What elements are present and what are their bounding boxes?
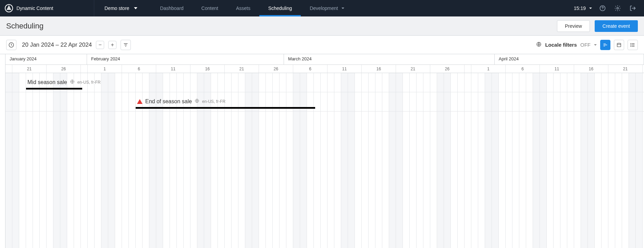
day-header-cell: 21 [608,65,643,73]
event-row: Mid season saleen-US, fr-FR [5,73,644,92]
day-tick-label: 11 [171,67,175,71]
day-tick-label: 1 [487,67,490,71]
timeline-view-button[interactable] [600,40,610,50]
nav-link-scheduling[interactable]: Scheduling [259,0,301,16]
globe-icon [70,79,75,85]
event-duration-bar [26,88,82,90]
nav-link-label: Development [310,5,338,11]
day-header-cell: 21 [225,65,259,73]
create-event-button[interactable]: Create event [595,20,638,32]
nav-link-development[interactable]: Development [301,0,353,16]
event-bar[interactable]: Mid season saleen-US, fr-FR [26,76,82,88]
brand: Dynamic Content [0,0,94,16]
help-icon[interactable] [598,4,607,13]
timeline[interactable]: January 2024February 2024March 2024April… [0,54,644,248]
day-tick-label: 21 [623,67,628,71]
zoom-in-button[interactable]: + [108,41,116,49]
chevron-down-icon [342,8,344,9]
nav-link-content[interactable]: Content [193,0,227,16]
store-name: Demo store [104,5,129,11]
clock-icon[interactable] [6,40,16,50]
day-header-cell: 21 [396,65,430,73]
day-header-cell [5,65,12,73]
day-tick-label: 16 [376,67,381,71]
gear-icon[interactable] [613,4,622,13]
nav-link-assets[interactable]: Assets [227,0,259,16]
locale-filters-label: Locale filters [545,42,577,48]
nav-link-dashboard[interactable]: Dashboard [151,0,193,16]
svg-point-3 [617,8,619,9]
zoom-out-button[interactable]: − [96,41,104,49]
page-title: Scheduling [6,22,44,31]
day-tick-label: 16 [589,67,593,71]
event-title: Mid season saleen-US, fr-FR [27,79,101,85]
day-tick-label: 1 [103,67,106,71]
brand-logo-icon [5,4,13,12]
chevron-down-icon [594,44,597,46]
store-selector[interactable]: Demo store [94,0,151,16]
svg-point-9 [631,46,631,46]
month-header-cell: March 2024 [284,54,495,64]
calendar-view-button[interactable] [614,40,624,50]
month-label: March 2024 [288,56,312,61]
svg-point-8 [631,45,631,45]
globe-icon [195,98,199,105]
brand-name: Dynamic Content [16,5,53,11]
svg-rect-6 [617,43,621,47]
day-tick-label: 26 [274,67,278,71]
top-nav: Dynamic Content Demo store DashboardCont… [0,0,644,16]
nav-link-label: Dashboard [160,5,184,11]
day-header-cell: 16 [362,65,396,73]
main-nav: DashboardContentAssetsSchedulingDevelopm… [151,0,353,16]
nav-link-label: Scheduling [268,5,292,11]
chevron-down-icon [134,7,137,9]
page-subheader: Scheduling Preview Create event [0,16,644,36]
list-view-button[interactable] [628,40,638,50]
month-header-cell: February 2024 [87,54,284,64]
month-header-cell: April 2024 [495,54,644,64]
clock[interactable]: 15:19 [574,5,592,11]
day-tick-label: 6 [521,67,524,71]
day-tick-label: 6 [309,67,311,71]
day-header-cell: 26 [430,65,465,73]
day-tick-label: 21 [411,67,415,71]
clock-time: 15:19 [574,5,586,11]
event-locales: en-US, fr-FR [77,80,101,85]
nav-link-label: Content [201,5,218,11]
month-header-cell: January 2024 [5,54,87,64]
logout-icon[interactable] [628,4,637,13]
event-row: End of season saleen-US, fr-FR [5,92,644,111]
day-header-cell: 6 [122,65,156,73]
day-header-cell: 6 [506,65,540,73]
day-tick-label: 16 [205,67,210,71]
day-header-cell: 11 [156,65,190,73]
day-header-cell: 11 [540,65,574,73]
date-range-label: 20 Jan 2024 – 22 Apr 2024 [22,42,92,48]
timeline-gutter [0,54,5,248]
chevron-down-icon [589,8,592,9]
globe-icon [536,42,542,48]
day-header-cell: 26 [259,65,293,73]
day-header-cell: 11 [327,65,362,73]
day-tick-label: 11 [342,67,347,71]
locale-filters-state: OFF [580,42,591,48]
day-tick-label: 21 [239,67,244,71]
event-title-label: End of season sale [145,98,192,105]
day-header-cell: 6 [293,65,327,73]
day-header-cell: 26 [47,65,81,73]
event-locales: en-US, fr-FR [202,99,225,104]
nav-link-label: Assets [236,5,250,11]
day-tick-label: 21 [27,67,32,71]
warning-icon [137,99,143,104]
month-label: April 2024 [499,56,519,61]
event-bar[interactable]: End of season saleen-US, fr-FR [136,96,315,107]
locale-filters[interactable]: Locale filters OFF [536,42,597,48]
preview-button[interactable]: Preview [557,20,590,32]
timeline-toolbar: 20 Jan 2024 – 22 Apr 2024 − + Locale fil… [0,36,644,54]
day-header-cell: 1 [471,65,506,73]
day-tick-label: 26 [445,67,449,71]
filter-button[interactable] [121,40,131,50]
day-header-cell: 16 [190,65,225,73]
event-duration-bar [136,107,315,109]
page-actions: Preview Create event [557,20,638,32]
